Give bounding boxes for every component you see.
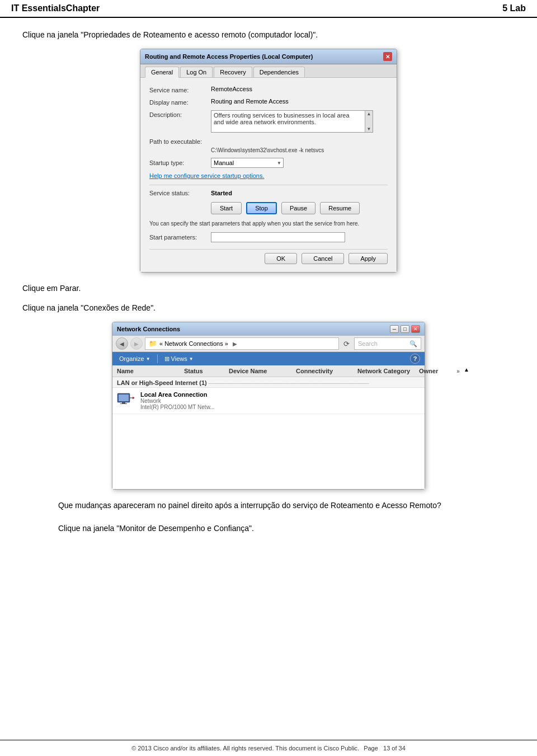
col-network-category: Network Category	[357, 367, 419, 375]
service-name-row: Service name: RemoteAccess	[149, 86, 388, 93]
chapter-title: IT EssentialsChapter	[11, 3, 100, 13]
col-device-name: Device Name	[229, 367, 296, 375]
path-label: Path to executable:	[149, 137, 211, 145]
apply-button[interactable]: Apply	[348, 253, 388, 264]
page-header: IT EssentialsChapter 5 Lab	[0, 0, 537, 18]
network-connections-dialog: Network Connections ─ □ ✕ ◀ ▶ 📁 « Networ…	[112, 322, 425, 490]
net-toolbar: Organize ▼ ⊞ Views ▼ ?	[112, 352, 425, 365]
startup-row: Startup type: Automatic Manual Disabled …	[149, 158, 388, 168]
scroll-up-icon: ▲	[367, 111, 371, 117]
col-status: Status	[184, 367, 229, 375]
path-spacer	[149, 147, 211, 148]
views-icon: ⊞	[164, 355, 169, 363]
forward-button[interactable]: ▶	[130, 337, 143, 350]
svg-rect-1	[119, 395, 129, 401]
section-line: ────────────────────────────────────────…	[209, 381, 369, 386]
net-addressbar: ◀ ▶ 📁 « Network Connections » ▶ ⟳ Search…	[112, 336, 425, 352]
divider1	[149, 185, 388, 185]
instruction-step2: Clique em Parar.	[22, 283, 515, 294]
close-button[interactable]: ✕	[383, 52, 392, 61]
ok-button[interactable]: OK	[265, 253, 297, 264]
net-dialog-title: Network Connections	[117, 326, 180, 332]
params-input[interactable]	[211, 232, 345, 242]
net-titlebar: Network Connections ─ □ ✕	[112, 322, 425, 336]
params-note: You can specify the start parameters tha…	[149, 220, 388, 228]
col-name: Name	[117, 367, 184, 375]
col-more-icon[interactable]: »	[453, 367, 464, 375]
description-scrollbar[interactable]: ▲ ▼	[365, 111, 373, 132]
net-window-controls: ─ □ ✕	[390, 325, 420, 333]
path-row: Path to executable:	[149, 137, 388, 145]
path-arrow-icon: ▶	[233, 341, 237, 347]
help-button[interactable]: ?	[410, 354, 420, 364]
description-text: Offers routing services to businesses in…	[214, 112, 350, 125]
description-value: Offers routing services to businesses in…	[211, 110, 373, 133]
net-column-headers: Name Status Device Name Connectivity Net…	[112, 365, 425, 377]
search-icon: 🔍	[409, 340, 417, 348]
startup-select[interactable]: Automatic Manual Disabled	[211, 158, 284, 168]
path-text: « Network Connections »	[159, 340, 228, 347]
scroll-up-icon-net[interactable]: ▲	[464, 367, 469, 375]
service-name-label: Service name:	[149, 86, 211, 93]
instruction-step1: Clique na janela "Propriedades de Roteam…	[22, 29, 515, 41]
tab-general[interactable]: General	[145, 67, 179, 78]
tab-dependencies[interactable]: Dependencies	[253, 67, 305, 77]
tab-logon[interactable]: Log On	[180, 67, 213, 77]
dialog1-title: Routing and Remote Access Properties (Lo…	[145, 53, 313, 60]
views-button[interactable]: ⊞ Views ▼	[162, 354, 196, 364]
resume-button[interactable]: Resume	[320, 202, 360, 214]
lan-section-label: LAN or High-Speed Internet (1) ─────────…	[112, 377, 425, 388]
stop-button[interactable]: Stop	[246, 202, 277, 214]
address-bar[interactable]: 📁 « Network Connections » ▶	[145, 337, 339, 350]
service-status-label: Service status:	[149, 190, 211, 196]
svg-rect-2	[122, 402, 125, 403]
display-name-row: Display name: Routing and Remote Access	[149, 98, 388, 106]
dialog1-body: Service name: RemoteAccess Display name:…	[140, 78, 397, 272]
back-button[interactable]: ◀	[116, 337, 128, 350]
refresh-icon: ⟳	[343, 340, 350, 348]
close-window-button[interactable]: ✕	[411, 325, 420, 333]
params-row: Start parameters:	[149, 232, 388, 242]
service-control-buttons: Start Stop Pause Resume	[149, 202, 388, 214]
maximize-button[interactable]: □	[401, 325, 409, 333]
connection-name: Local Area Connection	[140, 391, 420, 398]
section-text: LAN or High-Speed Internet (1)	[117, 379, 209, 386]
start-button[interactable]: Start	[211, 202, 242, 214]
dialog1-container: Routing and Remote Access Properties (Lo…	[22, 49, 515, 273]
network-connection-icon	[117, 392, 137, 409]
refresh-btn[interactable]: ⟳	[343, 340, 350, 348]
views-dropdown-icon: ▼	[189, 356, 194, 361]
local-area-connection-item[interactable]: Local Area Connection Network Intel(R) P…	[112, 388, 425, 414]
minimize-button[interactable]: ─	[390, 325, 399, 333]
net-body: LAN or High-Speed Internet (1) ─────────…	[112, 377, 425, 489]
description-row: Description: Offers routing services to …	[149, 110, 388, 133]
search-box[interactable]: Search 🔍	[354, 337, 421, 350]
scroll-down-icon: ▼	[367, 126, 371, 132]
toolbar-divider1	[157, 354, 158, 363]
connection-detail: Intel(R) PRO/1000 MT Netw...	[140, 404, 420, 410]
footer-page: Page 13 of 34	[364, 745, 406, 752]
dialog1-titlebar: Routing and Remote Access Properties (Lo…	[140, 49, 397, 64]
connection-type: Network	[140, 398, 420, 404]
dialog1-tabs: General Log On Recovery Dependencies	[140, 64, 397, 78]
main-content: Clique na janela "Propriedades de Roteam…	[0, 24, 537, 553]
startup-select-wrapper: Automatic Manual Disabled ▼	[211, 158, 284, 168]
cancel-button[interactable]: Cancel	[302, 253, 344, 264]
instruction-step3: Clique na janela "Conexões de Rede".	[22, 302, 515, 314]
service-status-value: Started	[211, 190, 232, 196]
search-placeholder: Search	[358, 340, 409, 347]
footer-text: © 2013 Cisco and/or its affiliates. All …	[131, 745, 359, 752]
display-name-label: Display name:	[149, 98, 211, 106]
service-name-value: RemoteAccess	[211, 86, 252, 92]
help-configure-link[interactable]: Help me configure service startup option…	[149, 172, 388, 179]
organize-button[interactable]: Organize ▼	[117, 354, 153, 363]
instruction-step5: Clique na janela "Monitor de Desempenho …	[22, 523, 515, 534]
tab-recovery[interactable]: Recovery	[214, 67, 252, 77]
step5-text: Clique na janela "Monitor de Desempenho …	[58, 524, 254, 533]
service-status-row: Service status: Started	[149, 190, 388, 196]
organize-dropdown-icon: ▼	[146, 356, 150, 361]
col-owner: Owner	[419, 367, 453, 375]
dialog1-bottom-buttons: OK Cancel Apply	[149, 249, 388, 264]
pause-button[interactable]: Pause	[281, 202, 315, 214]
svg-marker-5	[133, 397, 135, 399]
